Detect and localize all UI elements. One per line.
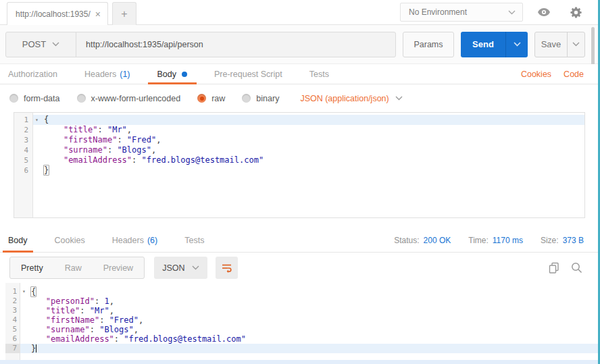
copy-icon[interactable] [549, 262, 559, 274]
code-link[interactable]: Code [564, 70, 584, 79]
view-mode-group: Pretty Raw Preview [9, 257, 145, 279]
radio-icon[interactable] [9, 94, 18, 103]
code-text[interactable]: } [20, 344, 598, 353]
view-mode-pretty[interactable]: Pretty [10, 257, 54, 278]
send-options-button[interactable] [505, 32, 528, 57]
code-line[interactable]: 2 "title": "Mr", [14, 125, 584, 135]
code-token: "firstName" [64, 135, 117, 145]
params-button[interactable]: Params [403, 32, 454, 57]
headers-count-badge: (1) [120, 70, 130, 79]
code-token [44, 145, 64, 155]
response-format-selector[interactable]: JSON [154, 257, 207, 279]
save-label[interactable]: Save [535, 32, 567, 57]
environment-quicklook-button[interactable] [535, 3, 553, 21]
tab-body[interactable]: Body [157, 64, 188, 84]
response-body-editor[interactable]: 1▾{2 "personId": 1,3 "title": "Mr",4 "fi… [5, 283, 598, 360]
code-text[interactable]: "emailAddress": "fred.blogs@testmail.com… [33, 155, 584, 165]
cookies-link[interactable]: Cookies [521, 70, 551, 79]
code-line[interactable]: 6} [14, 165, 584, 176]
tab-pre-request-script[interactable]: Pre-request Script [214, 64, 282, 84]
line-number: 2 [14, 125, 33, 135]
code-token: , [139, 315, 143, 325]
radio-label: binary [256, 94, 279, 103]
line-number: 3 [5, 306, 20, 315]
code-text[interactable]: "surname": "Blogs", [20, 325, 598, 334]
method-selector[interactable]: POST [6, 32, 76, 57]
code-text[interactable]: "title": "Mr", [20, 306, 598, 315]
tab-headers[interactable]: Headers (1) [84, 64, 130, 84]
code-token: } [43, 165, 49, 176]
fold-arrow-icon[interactable]: ▾ [22, 287, 26, 296]
code-line[interactable]: 5 "surname": "Blogs", [5, 325, 598, 334]
view-mode-raw[interactable]: Raw [54, 257, 93, 278]
new-tab-button[interactable]: + [112, 2, 136, 25]
save-options-button[interactable] [567, 32, 584, 57]
code-token [44, 155, 64, 165]
code-text[interactable]: "emailAddress": "fred.blogs@testmail.com… [20, 334, 598, 344]
send-button[interactable]: Send [461, 32, 528, 57]
code-text[interactable]: "surname": "Blogs", [33, 145, 584, 155]
url-input[interactable] [76, 32, 395, 57]
fold-arrow-icon[interactable]: ▾ [35, 115, 39, 125]
size-value[interactable]: 373 B [563, 236, 584, 245]
code-token [31, 315, 46, 325]
settings-button[interactable] [568, 3, 585, 21]
vertical-scrollbar[interactable] [591, 27, 595, 66]
code-line[interactable]: 1▾{ [14, 115, 584, 125]
response-tab-cookies[interactable]: Cookies [55, 228, 85, 253]
code-token [44, 135, 64, 145]
save-button[interactable]: Save [534, 32, 585, 57]
request-links: Cookies Code [521, 70, 584, 79]
content-type-selector[interactable]: JSON (application/json) [300, 94, 402, 103]
code-text[interactable]: } [33, 165, 584, 176]
chevron-down-icon [572, 42, 580, 47]
request-tab[interactable]: http://localhost:1935/ × [7, 2, 108, 25]
radio-binary[interactable]: binary [242, 94, 279, 103]
close-icon[interactable]: × [94, 9, 102, 20]
tab-tests[interactable]: Tests [309, 64, 329, 84]
code-token: "emailAddress" [64, 155, 132, 165]
code-token: : [95, 296, 104, 306]
code-text[interactable]: "firstName": "Fred", [33, 135, 584, 145]
code-token: "Fred" [127, 135, 156, 145]
request-body-editor[interactable]: 1▾{2 "title": "Mr",3 "firstName": "Fred"… [14, 112, 585, 218]
code-line[interactable]: 3 "firstName": "Fred", [14, 135, 584, 145]
code-line[interactable]: 7} [5, 344, 598, 353]
radio-raw[interactable]: raw [197, 94, 225, 103]
code-line[interactable]: 6 "emailAddress": "fred.blogs@testmail.c… [5, 334, 598, 344]
code-line[interactable]: 4 "firstName": "Fred", [5, 315, 598, 325]
response-tab-body[interactable]: Body [8, 228, 28, 253]
code-token: } [31, 344, 36, 353]
code-line[interactable]: 3 "title": "Mr", [5, 306, 598, 315]
code-text[interactable]: ▾{ [33, 115, 584, 125]
wrap-text-button[interactable] [216, 257, 238, 279]
code-text[interactable]: ▾{ [20, 287, 598, 296]
environment-selector[interactable]: No Environment [400, 3, 523, 22]
code-token: : [80, 306, 89, 315]
code-token: "fred.blogs@testmail.com" [142, 155, 264, 165]
code-text[interactable]: "firstName": "Fred", [20, 315, 598, 325]
view-mode-preview[interactable]: Preview [93, 257, 144, 278]
code-token: { [30, 286, 36, 297]
code-text[interactable]: "title": "Mr", [33, 125, 584, 135]
time-value[interactable]: 1170 ms [493, 236, 523, 245]
code-text[interactable]: "personId": 1, [20, 296, 598, 306]
radio-selected-icon[interactable] [197, 94, 206, 103]
line-number: 7 [5, 344, 20, 353]
response-toolbar-icons [549, 262, 582, 274]
chevron-down-icon [514, 42, 521, 47]
radio-x-www-form-urlencoded[interactable]: x-www-form-urlencoded [77, 94, 181, 103]
response-tab-tests[interactable]: Tests [184, 228, 204, 253]
code-line[interactable]: 1▾{ [5, 287, 598, 296]
response-tab-headers[interactable]: Headers (6) [112, 228, 158, 253]
search-icon[interactable] [571, 262, 582, 274]
radio-icon[interactable] [242, 94, 251, 103]
send-label[interactable]: Send [461, 32, 505, 57]
radio-icon[interactable] [77, 94, 86, 103]
code-line[interactable]: 2 "personId": 1, [5, 296, 598, 306]
code-line[interactable]: 4 "surname": "Blogs", [14, 145, 584, 155]
status-value[interactable]: 200 OK [424, 236, 451, 245]
code-line[interactable]: 5 "emailAddress": "fred.blogs@testmail.c… [14, 155, 584, 165]
tab-authorization[interactable]: Authorization [8, 64, 57, 84]
radio-form-data[interactable]: form-data [9, 94, 60, 103]
